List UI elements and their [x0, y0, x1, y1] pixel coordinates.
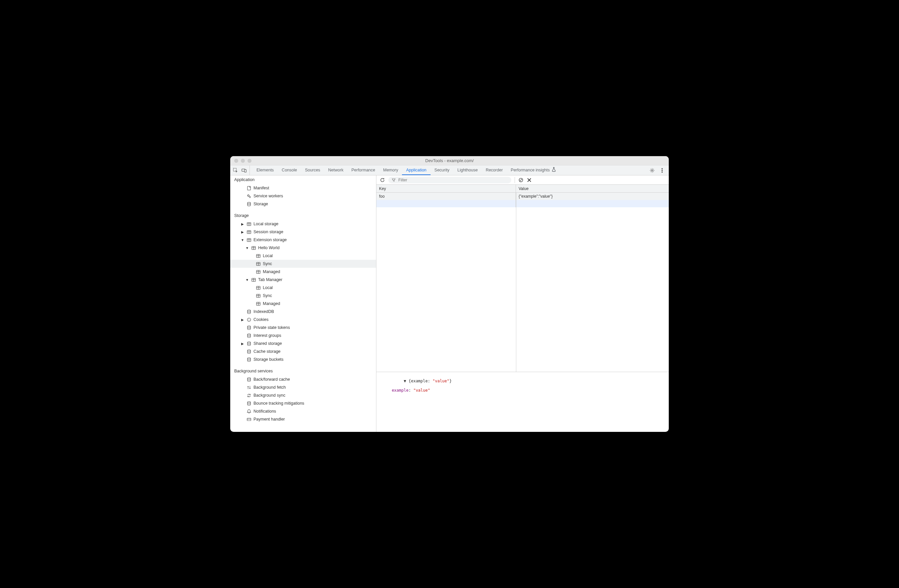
- table-icon: [246, 237, 252, 242]
- sidebar-item-background-sync[interactable]: Background sync: [230, 391, 376, 399]
- tab-security[interactable]: Security: [431, 165, 454, 175]
- table-row[interactable]: foo{"example":"value"}: [377, 193, 669, 200]
- expand-arrow[interactable]: ▼: [404, 379, 408, 383]
- clear-all-button[interactable]: [518, 177, 524, 183]
- sidebar-item-local[interactable]: Local: [230, 284, 376, 292]
- sidebar-item-local[interactable]: Local: [230, 252, 376, 260]
- preview-summary-open: {example:: [409, 379, 433, 383]
- sidebar-item-local-storage[interactable]: ▶Local storage: [230, 220, 376, 228]
- sidebar-section-application[interactable]: Application: [230, 175, 376, 184]
- chevron-right-icon[interactable]: ▶: [241, 230, 244, 234]
- sidebar-item-label: Payment handler: [253, 417, 285, 421]
- sidebar-item-notifications[interactable]: Notifications: [230, 407, 376, 415]
- svg-point-30: [247, 349, 250, 351]
- svg-point-26: [248, 320, 249, 321]
- close-window-button[interactable]: [234, 159, 238, 163]
- table-icon: [255, 301, 261, 306]
- sidebar-item-sync[interactable]: Sync: [230, 292, 376, 299]
- filter-input[interactable]: [399, 178, 508, 182]
- tab-memory[interactable]: Memory: [379, 165, 402, 175]
- sidebar-item-label: IndexedDB: [253, 309, 274, 314]
- sidebar-item-label: Extension storage: [253, 238, 287, 242]
- value-preview[interactable]: ▼ {example: "value"} example: "value": [377, 372, 669, 432]
- column-divider[interactable]: [516, 193, 516, 372]
- traffic-lights: [234, 159, 252, 163]
- cell-value[interactable]: {"example":"value"}: [516, 193, 669, 200]
- svg-point-9: [249, 196, 250, 198]
- database-icon: [246, 357, 252, 362]
- inspect-controls: [230, 165, 250, 175]
- sidebar-item-label: Tab Manager: [258, 278, 283, 282]
- sidebar-item-manifest[interactable]: Manifest: [230, 184, 376, 192]
- sidebar-item-service-workers[interactable]: Service workers: [230, 192, 376, 200]
- sidebar-item-back/forward-cache[interactable]: Back/forward cache: [230, 375, 376, 383]
- sidebar-item-interest-groups[interactable]: Interest groups: [230, 332, 376, 340]
- column-header-key[interactable]: Key: [377, 185, 516, 192]
- sidebar-item-label: Service workers: [253, 194, 283, 198]
- sidebar-item-payment-handler[interactable]: Payment handler: [230, 415, 376, 423]
- sidebar-item-cookies[interactable]: ▶Cookies: [230, 316, 376, 324]
- cookie-icon: [246, 317, 252, 322]
- tab-performance-insights[interactable]: Performance insights: [507, 165, 559, 175]
- sidebar-item-cache-storage[interactable]: Cache storage: [230, 347, 376, 355]
- tab-console[interactable]: Console: [278, 165, 301, 175]
- sidebar-section-storage[interactable]: Storage: [230, 211, 376, 220]
- sidebar-item-label: Storage: [253, 202, 268, 206]
- table-body[interactable]: foo{"example":"value"}: [377, 193, 669, 372]
- chevron-right-icon[interactable]: ▶: [241, 318, 244, 322]
- tab-elements[interactable]: Elements: [252, 165, 278, 175]
- sidebar-item-bounce-tracking-mitigations[interactable]: Bounce tracking mitigations: [230, 399, 376, 407]
- zoom-window-button[interactable]: [247, 159, 252, 163]
- sidebar-section-background-services[interactable]: Background services: [230, 367, 376, 375]
- sidebar-item-background-fetch[interactable]: Background fetch: [230, 383, 376, 391]
- svg-point-29: [247, 341, 250, 343]
- svg-point-31: [247, 358, 250, 359]
- sidebar-item-shared-storage[interactable]: ▶Shared storage: [230, 340, 376, 347]
- chevron-down-icon[interactable]: ▼: [246, 246, 249, 250]
- chevron-right-icon[interactable]: ▶: [241, 342, 244, 346]
- table-icon: [255, 269, 261, 275]
- sidebar-item-label: Managed: [263, 269, 280, 274]
- svg-rect-34: [247, 418, 250, 421]
- application-sidebar[interactable]: ApplicationManifestService workersStorag…: [230, 175, 377, 432]
- sidebar-item-sync[interactable]: Sync: [230, 260, 376, 268]
- sidebar-item-storage[interactable]: Storage: [230, 200, 376, 208]
- preview-prop-key: example: [392, 388, 409, 393]
- table-row-empty[interactable]: [377, 200, 669, 207]
- sidebar-item-extension-storage[interactable]: ▼Extension storage: [230, 236, 376, 244]
- inspect-element-icon[interactable]: [233, 168, 238, 173]
- cell-key[interactable]: foo: [377, 193, 516, 200]
- tab-sources[interactable]: Sources: [301, 165, 324, 175]
- tab-recorder[interactable]: Recorder: [482, 165, 507, 175]
- table-icon: [246, 229, 252, 235]
- refresh-button[interactable]: [380, 177, 385, 183]
- chevron-right-icon[interactable]: ▶: [241, 222, 244, 226]
- sidebar-item-managed[interactable]: Managed: [230, 268, 376, 276]
- device-toolbar-icon[interactable]: [241, 168, 247, 173]
- sidebar-item-managed[interactable]: Managed: [230, 299, 376, 308]
- storage-table[interactable]: Key Value foo{"example":"value"}: [377, 185, 669, 372]
- sidebar-item-label: Sync: [263, 261, 272, 266]
- tab-application[interactable]: Application: [402, 165, 430, 175]
- minimize-window-button[interactable]: [241, 159, 245, 163]
- chevron-down-icon[interactable]: ▼: [241, 238, 244, 242]
- sidebar-item-indexeddb[interactable]: IndexedDB: [230, 308, 376, 316]
- sidebar-item-tab-manager[interactable]: ▼Tab Manager: [230, 276, 376, 284]
- tab-network[interactable]: Network: [324, 165, 348, 175]
- sidebar-item-hello-world[interactable]: ▼Hello World: [230, 244, 376, 252]
- filter-input-wrap[interactable]: [388, 177, 511, 184]
- sidebar-item-private-state-tokens[interactable]: Private state tokens: [230, 324, 376, 332]
- tab-lighthouse[interactable]: Lighthouse: [454, 165, 482, 175]
- settings-icon[interactable]: [649, 168, 655, 173]
- sidebar-item-storage-buckets[interactable]: Storage buckets: [230, 355, 376, 363]
- document-icon: [246, 185, 252, 191]
- more-icon[interactable]: [660, 168, 665, 173]
- column-header-value[interactable]: Value: [516, 185, 669, 192]
- database-icon: [246, 401, 252, 406]
- tab-performance[interactable]: Performance: [348, 165, 379, 175]
- delete-selected-button[interactable]: [527, 178, 531, 182]
- table-icon: [251, 277, 256, 282]
- content-area: ApplicationManifestService workersStorag…: [230, 175, 669, 432]
- sidebar-item-session-storage[interactable]: ▶Session storage: [230, 228, 376, 236]
- chevron-down-icon[interactable]: ▼: [246, 278, 249, 282]
